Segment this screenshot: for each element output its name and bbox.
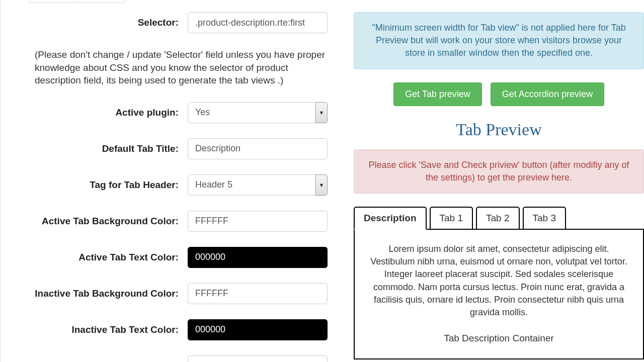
border-radius-input[interactable]	[188, 355, 328, 362]
inactive-bg-input[interactable]	[188, 283, 328, 304]
default-tab-title-label: Default Tab Title:	[29, 143, 188, 154]
preview-tab-description[interactable]: Description	[354, 207, 427, 230]
page-tabs-remnant	[29, 0, 125, 3]
preview-container-label: Tab Description Container	[367, 332, 631, 345]
inactive-text-input[interactable]	[188, 319, 328, 340]
selector-hint: (Please don't change / update 'Selector'…	[29, 48, 334, 102]
preview-tab-nav: Description Tab 1 Tab 2 Tab 3	[354, 206, 644, 229]
preview-lorem-text: Lorem ipsum dolor sit amet, consectetur …	[367, 243, 631, 319]
get-tab-preview-button[interactable]: Get Tab preview	[393, 82, 482, 106]
tag-header-label: Tag for Tab Header:	[29, 179, 188, 191]
preview-panel: "Minimum screen width for Tab view" is n…	[354, 12, 644, 362]
active-text-input[interactable]	[188, 247, 328, 268]
active-text-label: Active Tab Text Color:	[29, 252, 188, 263]
info-alert: "Minimum screen width for Tab view" is n…	[354, 12, 644, 69]
preview-tab-3[interactable]: Tab 3	[523, 207, 566, 230]
inactive-bg-label: Inactive Tab Background Color:	[29, 288, 188, 299]
inactive-text-label: Inactive Tab Text Color:	[29, 324, 188, 335]
warning-alert: Please click 'Save and Check priview' bu…	[354, 149, 644, 194]
active-bg-label: Active Tab Background Color:	[29, 216, 188, 227]
default-tab-title-input[interactable]	[188, 138, 328, 159]
preview-tab-2[interactable]: Tab 2	[476, 207, 519, 230]
preview-title: Tab Preview	[354, 120, 644, 139]
active-bg-input[interactable]	[188, 211, 328, 232]
selector-input[interactable]	[188, 12, 328, 33]
tag-header-select[interactable]	[188, 174, 328, 196]
active-plugin-label: Active plugin:	[29, 107, 188, 118]
active-plugin-select[interactable]	[188, 102, 328, 123]
get-accordion-preview-button[interactable]: Get Accordion preview	[491, 82, 604, 106]
preview-tab-1[interactable]: Tab 1	[430, 207, 473, 230]
settings-form: Selector: (Please don't change / update …	[29, 12, 334, 362]
selector-label: Selector:	[29, 17, 188, 28]
preview-tab-content: Lorem ipsum dolor sit amet, consectetur …	[354, 229, 644, 359]
